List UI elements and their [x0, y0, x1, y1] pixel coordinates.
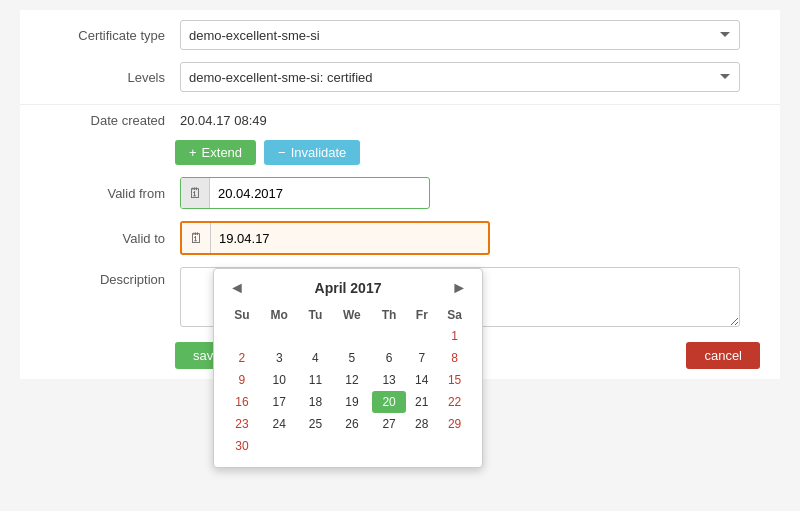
- levels-select[interactable]: demo-excellent-sme-si: certified: [180, 62, 740, 92]
- calendar-day-cell[interactable]: 18: [299, 391, 332, 413]
- valid-to-row: Valid to 🗓: [20, 221, 780, 255]
- calendar-day-header: Sa: [437, 305, 472, 325]
- calendar-day-cell: [224, 325, 260, 347]
- calendar-week-row: 23242526272829: [224, 413, 472, 435]
- calendar-body: 1234567891011121314151617181920212223242…: [224, 325, 472, 457]
- calendar-day-cell: [406, 435, 437, 457]
- calendar-day-cell[interactable]: 6: [372, 347, 407, 369]
- calendar-day-cell[interactable]: 26: [332, 413, 372, 435]
- calendar-week-row: 1: [224, 325, 472, 347]
- calendar-week-row: 2345678: [224, 347, 472, 369]
- calendar-grid: SuMoTuWeThFrSa 1234567891011121314151617…: [224, 305, 472, 457]
- calendar-day-cell[interactable]: 7: [406, 347, 437, 369]
- calendar-day-cell[interactable]: 24: [260, 413, 299, 435]
- valid-to-calendar-icon[interactable]: 🗓: [182, 223, 211, 253]
- calendar-day-cell: [299, 325, 332, 347]
- certificate-type-row: Certificate type demo-excellent-sme-si: [20, 20, 780, 50]
- certificate-type-select[interactable]: demo-excellent-sme-si: [180, 20, 740, 50]
- calendar-day-cell[interactable]: 12: [332, 369, 372, 391]
- calendar-day-cell[interactable]: 1: [437, 325, 472, 347]
- valid-from-label: Valid from: [40, 186, 180, 201]
- action-buttons: + Extend − Invalidate: [20, 140, 780, 165]
- calendar-day-cell: [332, 435, 372, 457]
- calendar-next-button[interactable]: ►: [446, 279, 472, 297]
- valid-to-label: Valid to: [40, 231, 180, 246]
- calendar-popup: ◄ April 2017 ► SuMoTuWeThFrSa 1234567891…: [213, 268, 483, 468]
- calendar-day-cell: [260, 435, 299, 457]
- certificate-type-label: Certificate type: [40, 28, 180, 43]
- levels-control: demo-excellent-sme-si: certified: [180, 62, 740, 92]
- calendar-days-header: SuMoTuWeThFrSa: [224, 305, 472, 325]
- calendar-day-header: Tu: [299, 305, 332, 325]
- valid-from-input[interactable]: [210, 178, 410, 208]
- calendar-day-cell: [299, 435, 332, 457]
- cancel-button[interactable]: cancel: [686, 342, 760, 369]
- divider-1: [20, 104, 780, 105]
- calendar-week-row: 16171819202122: [224, 391, 472, 413]
- calendar-day-cell[interactable]: 30: [224, 435, 260, 457]
- calendar-prev-button[interactable]: ◄: [224, 279, 250, 297]
- calendar-day-cell[interactable]: 8: [437, 347, 472, 369]
- calendar-day-cell[interactable]: 3: [260, 347, 299, 369]
- calendar-day-cell[interactable]: 4: [299, 347, 332, 369]
- calendar-day-cell[interactable]: 23: [224, 413, 260, 435]
- levels-label: Levels: [40, 70, 180, 85]
- calendar-day-cell[interactable]: 9: [224, 369, 260, 391]
- calendar-title: April 2017: [315, 280, 382, 296]
- calendar-day-cell[interactable]: 21: [406, 391, 437, 413]
- calendar-day-cell[interactable]: 10: [260, 369, 299, 391]
- calendar-week-row: 30: [224, 435, 472, 457]
- valid-from-row: Valid from 🗓: [20, 177, 780, 209]
- minus-icon: −: [278, 145, 286, 160]
- calendar-day-cell: [332, 325, 372, 347]
- calendar-day-cell: [372, 435, 407, 457]
- extend-button[interactable]: + Extend: [175, 140, 256, 165]
- calendar-day-header: Mo: [260, 305, 299, 325]
- invalidate-button[interactable]: − Invalidate: [264, 140, 360, 165]
- valid-from-calendar-icon[interactable]: 🗓: [181, 178, 210, 208]
- date-created-value: 20.04.17 08:49: [180, 113, 267, 128]
- levels-row: Levels demo-excellent-sme-si: certified: [20, 62, 780, 92]
- calendar-day-cell[interactable]: 2: [224, 347, 260, 369]
- calendar-day-cell[interactable]: 17: [260, 391, 299, 413]
- valid-from-wrapper: 🗓: [180, 177, 430, 209]
- description-label: Description: [40, 267, 180, 287]
- calendar-day-cell[interactable]: 22: [437, 391, 472, 413]
- calendar-day-cell[interactable]: 13: [372, 369, 407, 391]
- calendar-day-cell: [372, 325, 407, 347]
- calendar-day-cell[interactable]: 28: [406, 413, 437, 435]
- calendar-day-cell: [406, 325, 437, 347]
- calendar-day-header: Su: [224, 305, 260, 325]
- valid-to-input[interactable]: [211, 223, 411, 253]
- calendar-week-row: 9101112131415: [224, 369, 472, 391]
- calendar-day-header: Fr: [406, 305, 437, 325]
- calendar-day-cell[interactable]: 25: [299, 413, 332, 435]
- calendar-day-cell[interactable]: 5: [332, 347, 372, 369]
- calendar-day-cell[interactable]: 19: [332, 391, 372, 413]
- valid-to-wrapper: 🗓: [180, 221, 490, 255]
- calendar-day-cell: [260, 325, 299, 347]
- calendar-day-cell[interactable]: 15: [437, 369, 472, 391]
- date-created-row: Date created 20.04.17 08:49: [20, 113, 780, 128]
- calendar-day-cell[interactable]: 20: [372, 391, 407, 413]
- calendar-day-cell[interactable]: 16: [224, 391, 260, 413]
- calendar-day-cell[interactable]: 27: [372, 413, 407, 435]
- certificate-type-control: demo-excellent-sme-si: [180, 20, 740, 50]
- calendar-day-cell[interactable]: 29: [437, 413, 472, 435]
- calendar-day-cell[interactable]: 14: [406, 369, 437, 391]
- calendar-day-cell[interactable]: 11: [299, 369, 332, 391]
- date-created-label: Date created: [40, 113, 180, 128]
- calendar-day-cell: [437, 435, 472, 457]
- calendar-day-header: We: [332, 305, 372, 325]
- calendar-day-header: Th: [372, 305, 407, 325]
- plus-icon: +: [189, 145, 197, 160]
- calendar-header: ◄ April 2017 ►: [224, 279, 472, 297]
